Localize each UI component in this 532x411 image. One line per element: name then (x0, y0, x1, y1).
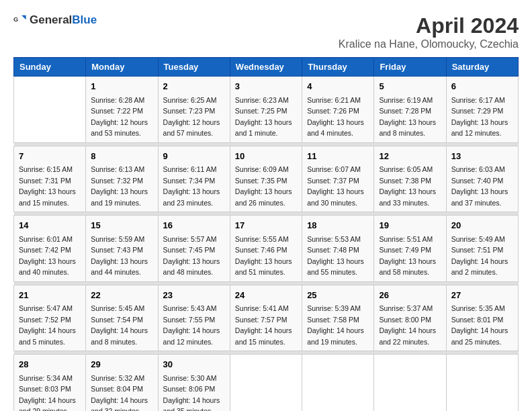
day-number: 21 (19, 289, 81, 302)
day-content: Sunrise: 6:11 AM Sunset: 7:34 PM Dayligh… (163, 165, 220, 207)
day-content: Sunrise: 5:51 AM Sunset: 7:49 PM Dayligh… (379, 235, 436, 277)
calendar-cell: 29Sunrise: 5:32 AM Sunset: 8:04 PM Dayli… (86, 355, 158, 412)
day-number: 2 (163, 80, 225, 93)
day-number: 24 (235, 289, 297, 302)
day-content: Sunrise: 5:39 AM Sunset: 7:58 PM Dayligh… (307, 304, 364, 346)
day-number: 4 (307, 80, 369, 93)
day-content: Sunrise: 6:03 AM Sunset: 7:40 PM Dayligh… (451, 165, 508, 207)
calendar-cell: 19Sunrise: 5:51 AM Sunset: 7:49 PM Dayli… (374, 216, 446, 282)
calendar-cell: 2Sunrise: 6:25 AM Sunset: 7:23 PM Daylig… (158, 77, 230, 143)
week-row-2: 7Sunrise: 6:15 AM Sunset: 7:31 PM Daylig… (14, 146, 519, 212)
day-content: Sunrise: 5:45 AM Sunset: 7:54 PM Dayligh… (91, 304, 148, 346)
calendar-cell: 12Sunrise: 6:05 AM Sunset: 7:38 PM Dayli… (374, 146, 446, 212)
day-number: 29 (91, 358, 152, 371)
calendar-cell: 13Sunrise: 6:03 AM Sunset: 7:40 PM Dayli… (446, 146, 518, 212)
calendar-cell: 17Sunrise: 5:55 AM Sunset: 7:46 PM Dayli… (230, 216, 302, 282)
day-number: 27 (451, 289, 513, 302)
day-content: Sunrise: 6:07 AM Sunset: 7:37 PM Dayligh… (307, 165, 364, 207)
day-number: 8 (91, 150, 152, 163)
day-header-monday: Monday (86, 58, 158, 77)
calendar-cell: 6Sunrise: 6:17 AM Sunset: 7:29 PM Daylig… (446, 77, 518, 143)
logo-general: General (30, 13, 72, 26)
day-content: Sunrise: 6:15 AM Sunset: 7:31 PM Dayligh… (19, 165, 76, 207)
week-row-3: 14Sunrise: 6:01 AM Sunset: 7:42 PM Dayli… (14, 216, 519, 282)
day-content: Sunrise: 5:35 AM Sunset: 8:01 PM Dayligh… (451, 304, 508, 346)
calendar-cell (230, 355, 302, 412)
main-title: April 2024 (339, 13, 519, 38)
day-content: Sunrise: 5:59 AM Sunset: 7:43 PM Dayligh… (91, 235, 148, 277)
week-row-1: 1Sunrise: 6:28 AM Sunset: 7:22 PM Daylig… (14, 77, 519, 143)
logo: G GeneralBlue (13, 13, 97, 27)
calendar-cell: 7Sunrise: 6:15 AM Sunset: 7:31 PM Daylig… (14, 146, 86, 212)
day-number: 5 (379, 80, 441, 93)
day-number: 12 (379, 150, 441, 163)
calendar-cell: 10Sunrise: 6:09 AM Sunset: 7:35 PM Dayli… (230, 146, 302, 212)
day-content: Sunrise: 6:09 AM Sunset: 7:35 PM Dayligh… (235, 165, 292, 207)
calendar-cell: 14Sunrise: 6:01 AM Sunset: 7:42 PM Dayli… (14, 216, 86, 282)
header: G GeneralBlue April 2024 Kralice na Hane… (13, 13, 519, 50)
day-number: 3 (235, 80, 297, 93)
calendar-cell: 26Sunrise: 5:37 AM Sunset: 8:00 PM Dayli… (374, 285, 446, 351)
day-header-tuesday: Tuesday (158, 58, 230, 77)
calendar-cell: 11Sunrise: 6:07 AM Sunset: 7:37 PM Dayli… (302, 146, 374, 212)
day-number: 26 (379, 289, 441, 302)
day-content: Sunrise: 5:41 AM Sunset: 7:57 PM Dayligh… (235, 304, 292, 346)
day-header-saturday: Saturday (446, 58, 518, 77)
title-section: April 2024 Kralice na Hane, Olomoucky, C… (339, 13, 519, 50)
day-content: Sunrise: 6:13 AM Sunset: 7:32 PM Dayligh… (91, 165, 148, 207)
day-content: Sunrise: 6:01 AM Sunset: 7:42 PM Dayligh… (19, 235, 76, 277)
day-content: Sunrise: 5:32 AM Sunset: 8:04 PM Dayligh… (91, 374, 148, 412)
day-content: Sunrise: 5:53 AM Sunset: 7:48 PM Dayligh… (307, 235, 364, 277)
calendar-cell: 27Sunrise: 5:35 AM Sunset: 8:01 PM Dayli… (446, 285, 518, 351)
logo-blue: Blue (72, 13, 97, 26)
calendar-cell: 23Sunrise: 5:43 AM Sunset: 7:55 PM Dayli… (158, 285, 230, 351)
calendar-cell: 28Sunrise: 5:34 AM Sunset: 8:03 PM Dayli… (14, 355, 86, 412)
day-number: 1 (91, 80, 152, 93)
day-number: 28 (19, 358, 81, 371)
day-header-sunday: Sunday (14, 58, 86, 77)
calendar-cell: 22Sunrise: 5:45 AM Sunset: 7:54 PM Dayli… (86, 285, 158, 351)
calendar-cell: 9Sunrise: 6:11 AM Sunset: 7:34 PM Daylig… (158, 146, 230, 212)
day-number: 22 (91, 289, 152, 302)
day-content: Sunrise: 6:25 AM Sunset: 7:23 PM Dayligh… (163, 96, 220, 138)
day-number: 17 (235, 219, 297, 232)
day-number: 9 (163, 150, 225, 163)
day-header-friday: Friday (374, 58, 446, 77)
calendar-cell: 4Sunrise: 6:21 AM Sunset: 7:26 PM Daylig… (302, 77, 374, 143)
day-content: Sunrise: 6:19 AM Sunset: 7:28 PM Dayligh… (379, 96, 436, 138)
day-number: 14 (19, 219, 81, 232)
week-row-4: 21Sunrise: 5:47 AM Sunset: 7:52 PM Dayli… (14, 285, 519, 351)
calendar-cell: 15Sunrise: 5:59 AM Sunset: 7:43 PM Dayli… (86, 216, 158, 282)
day-content: Sunrise: 5:34 AM Sunset: 8:03 PM Dayligh… (19, 374, 76, 412)
calendar-cell (446, 355, 518, 412)
day-number: 18 (307, 219, 369, 232)
calendar-table: SundayMondayTuesdayWednesdayThursdayFrid… (13, 57, 519, 411)
day-content: Sunrise: 6:28 AM Sunset: 7:22 PM Dayligh… (91, 96, 148, 138)
header-row: SundayMondayTuesdayWednesdayThursdayFrid… (14, 58, 519, 77)
day-number: 19 (379, 219, 441, 232)
logo-icon: G (13, 13, 27, 27)
day-number: 13 (451, 150, 513, 163)
day-number: 23 (163, 289, 225, 302)
day-number: 7 (19, 150, 81, 163)
day-content: Sunrise: 5:43 AM Sunset: 7:55 PM Dayligh… (163, 304, 220, 346)
day-content: Sunrise: 5:49 AM Sunset: 7:51 PM Dayligh… (451, 235, 508, 277)
day-number: 10 (235, 150, 297, 163)
calendar-cell: 1Sunrise: 6:28 AM Sunset: 7:22 PM Daylig… (86, 77, 158, 143)
svg-marker-1 (21, 15, 26, 20)
calendar-cell: 18Sunrise: 5:53 AM Sunset: 7:48 PM Dayli… (302, 216, 374, 282)
day-content: Sunrise: 5:55 AM Sunset: 7:46 PM Dayligh… (235, 235, 292, 277)
calendar-cell: 3Sunrise: 6:23 AM Sunset: 7:25 PM Daylig… (230, 77, 302, 143)
svg-text:G: G (13, 16, 18, 23)
day-number: 16 (163, 219, 225, 232)
day-number: 6 (451, 80, 513, 93)
calendar-cell: 20Sunrise: 5:49 AM Sunset: 7:51 PM Dayli… (446, 216, 518, 282)
day-content: Sunrise: 6:17 AM Sunset: 7:29 PM Dayligh… (451, 96, 508, 138)
day-number: 25 (307, 289, 369, 302)
day-content: Sunrise: 6:05 AM Sunset: 7:38 PM Dayligh… (379, 165, 436, 207)
calendar-cell: 16Sunrise: 5:57 AM Sunset: 7:45 PM Dayli… (158, 216, 230, 282)
calendar-cell: 25Sunrise: 5:39 AM Sunset: 7:58 PM Dayli… (302, 285, 374, 351)
day-content: Sunrise: 5:30 AM Sunset: 8:06 PM Dayligh… (163, 374, 220, 412)
calendar-cell: 5Sunrise: 6:19 AM Sunset: 7:28 PM Daylig… (374, 77, 446, 143)
calendar-cell (302, 355, 374, 412)
